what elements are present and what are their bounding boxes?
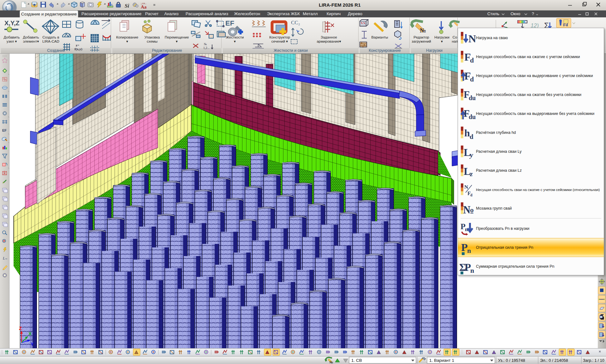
svg-text:X: X (28, 331, 32, 336)
svg-text:du: du (469, 113, 476, 120)
svg-text:Aa: Aa (141, 4, 147, 9)
svg-text:1. СВ: 1. СВ (351, 358, 362, 363)
svg-text:Si: Si (125, 3, 129, 9)
svg-text:z: z (470, 170, 473, 178)
svg-text:h: h (464, 127, 470, 139)
svg-text:L: L (3, 256, 5, 260)
svg-text:d: d (470, 133, 473, 140)
svg-text:n: n (470, 266, 474, 274)
svg-text:z=: z= (76, 43, 79, 47)
svg-text:d: d (470, 75, 474, 83)
svg-text:N: N (468, 33, 476, 45)
svg-text:Уз.: 0 / 195748: Уз.: 0 / 195748 (498, 358, 525, 363)
svg-text:№: № (204, 42, 207, 46)
svg-text:Загр.: 1 / 10: Загр.: 1 / 10 (583, 358, 604, 363)
svg-text:№: № (420, 27, 426, 34)
svg-text:№: № (463, 204, 474, 216)
svg-text:d: d (470, 193, 472, 197)
svg-text:d: d (470, 56, 474, 64)
svg-text:EF: EF (225, 19, 234, 27)
svg-text:EF: EF (2, 128, 7, 132)
svg-text:X,Y,Z: X,Y,Z (4, 20, 20, 27)
svg-text:Y: Y (31, 341, 34, 347)
svg-text:P: P (461, 242, 468, 253)
svg-text:Fd: Fd (563, 22, 568, 27)
svg-text:Эл.: 0 / 214058: Эл.: 0 / 214058 (540, 358, 568, 363)
svg-text:n: n (467, 247, 471, 254)
svg-text:N: N (464, 184, 468, 190)
svg-text:f(x,y): f(x,y) (74, 47, 82, 51)
svg-text:Z: Z (19, 325, 22, 331)
svg-text:CC₂: CC₂ (291, 20, 300, 26)
svg-text:1,2...: 1,2... (203, 46, 210, 50)
svg-text:1. Вариант 1: 1. Вариант 1 (429, 358, 454, 363)
svg-text:du: du (469, 94, 476, 101)
svg-text:№: № (330, 361, 333, 364)
